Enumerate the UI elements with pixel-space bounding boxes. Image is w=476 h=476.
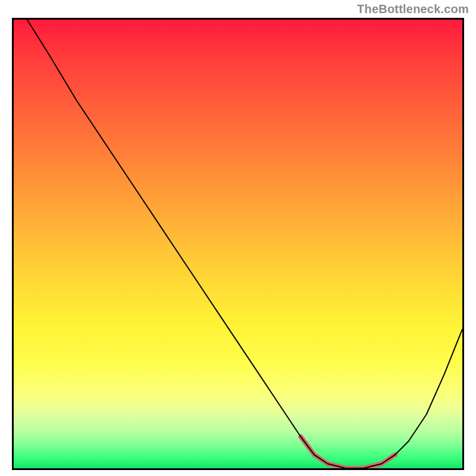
chart-overlay: [14, 20, 462, 468]
bottleneck-curve-path: [27, 20, 462, 468]
attribution-text: TheBottleneck.com: [357, 2, 469, 16]
chart-container: TheBottleneck.com: [0, 0, 476, 476]
plot-area: [12, 18, 464, 470]
